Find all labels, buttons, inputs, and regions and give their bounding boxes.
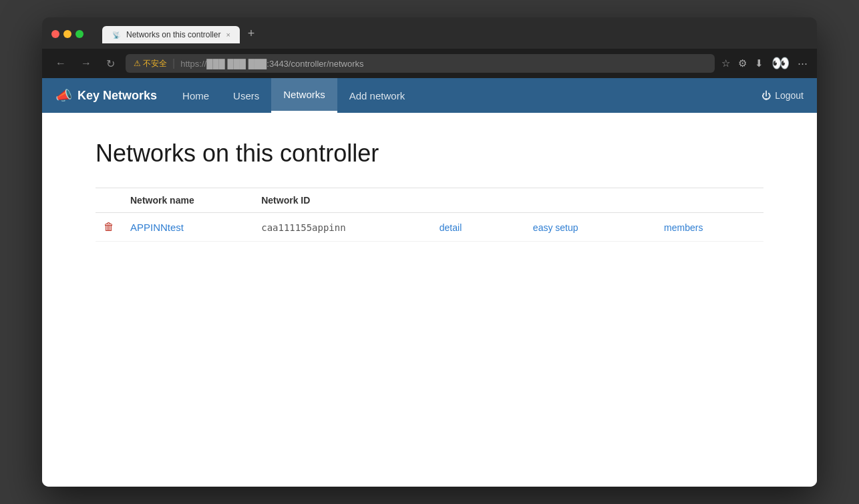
forward-button[interactable]: → [77,56,96,71]
table-header-delete [96,188,122,213]
page-title: Networks on this controller [96,140,763,168]
table-header-action2 [512,188,643,213]
profile-icon[interactable]: 👀 [771,55,790,72]
address-bar: ← → ↻ ⚠ 不安全 | https://███ ███ ███:3443/c… [42,49,817,78]
address-separator: | [172,57,175,69]
nav-brand: 📣 Key Networks [55,87,157,103]
brand-label: Key Networks [77,89,157,103]
table-cell-action2: easy setup [512,213,643,242]
menu-icon[interactable]: ⋯ [798,57,808,69]
close-window-button[interactable] [51,30,59,38]
table-header-network-name: Network name [122,188,253,213]
app-navbar: 📣 Key Networks Home Users Networks Add n… [42,78,817,113]
logout-icon: ⏻ [761,90,771,101]
toolbar-icons: ☆ ⚙ ⬇ 👀 ⋯ [721,55,808,72]
tab-favicon-icon: 📡 [112,30,121,39]
table-cell-network-id: caa111155appinn [253,213,418,242]
networks-table: Network name Network ID 🗑 APPINNtest [96,188,763,242]
table-header-row: Network name Network ID [96,188,763,213]
table-cell-action1: detail [418,213,512,242]
address-url: https://███ ███ ███:3443/controller/netw… [180,59,363,69]
extensions-icon[interactable]: ⚙ [738,57,747,69]
delete-network-button[interactable]: 🗑 [104,221,114,232]
browser-titlebar: 📡 Networks on this controller × + [42,17,817,49]
security-warning: ⚠ 不安全 [134,58,167,69]
address-input-wrap[interactable]: ⚠ 不安全 | https://███ ███ ███:3443/control… [126,54,715,73]
members-link[interactable]: members [651,222,708,233]
tab-close-button[interactable]: × [226,31,230,39]
new-tab-button[interactable]: + [242,24,261,43]
back-button[interactable]: ← [51,56,70,71]
refresh-button[interactable]: ↻ [102,56,119,71]
nav-logout[interactable]: ⏻ Logout [761,90,804,101]
active-tab[interactable]: 📡 Networks on this controller × [102,26,240,43]
logout-label: Logout [775,90,804,101]
nav-link-home[interactable]: Home [170,78,221,113]
tab-bar: 📡 Networks on this controller × + [102,24,808,43]
browser-window: 📡 Networks on this controller × + ← → ↻ … [42,17,817,487]
table-header-action1 [418,188,512,213]
nav-link-users[interactable]: Users [221,78,271,113]
table-row: 🗑 APPINNtest caa111155appinn detail eas [96,213,763,242]
table-header-network-id: Network ID [253,188,418,213]
table-cell-network-name: APPINNtest [122,213,253,242]
nav-links: Home Users Networks Add network [170,78,761,113]
app-content: 📣 Key Networks Home Users Networks Add n… [42,78,817,487]
download-icon[interactable]: ⬇ [755,57,763,69]
nav-link-networks[interactable]: Networks [271,78,337,113]
main-content: Networks on this controller Network name… [42,113,817,487]
table-cell-delete: 🗑 [96,213,122,242]
tab-title: Networks on this controller [126,30,220,39]
bookmark-icon[interactable]: ☆ [721,57,730,69]
maximize-window-button[interactable] [75,30,83,38]
table-cell-action3: members [643,213,763,242]
network-id-value: caa111155appinn [261,222,345,233]
traffic-lights [51,30,83,38]
browser-controls: 📡 Networks on this controller × + [51,24,808,43]
easy-setup-link[interactable]: easy setup [520,222,584,233]
table-header-action3 [643,188,763,213]
minimize-window-button[interactable] [63,30,71,38]
detail-link[interactable]: detail [426,222,467,233]
network-name-link[interactable]: APPINNtest [130,222,184,233]
nav-link-add-network[interactable]: Add network [337,78,417,113]
brand-icon: 📣 [55,87,72,103]
